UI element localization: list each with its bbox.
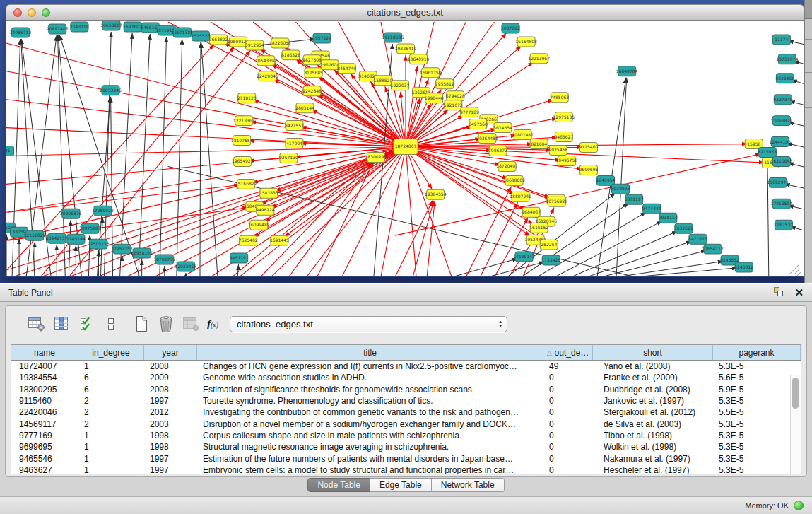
graph-node[interactable]: 9267130: [279, 153, 298, 163]
graph-node[interactable]: 9025458: [548, 146, 567, 156]
graph-edge[interactable]: [767, 158, 769, 276]
graph-edge[interactable]: [6, 147, 406, 213]
graph-node[interactable]: 7515526: [192, 31, 211, 41]
graph-node[interactable]: 10688609: [503, 175, 525, 185]
float-panel-icon[interactable]: [774, 287, 784, 298]
network-view-window[interactable]: citations_edges.txt: [6, 4, 804, 277]
window-titlebar[interactable]: citations_edges.txt: [6, 4, 804, 21]
graph-edge[interactable]: [555, 221, 663, 276]
column-header-out_de[interactable]: △out_de…: [543, 345, 593, 360]
graph-node[interactable]: 18300295: [365, 152, 387, 162]
graph-node[interactable]: 2043718: [70, 22, 89, 32]
graph-node[interactable]: 1733426: [541, 255, 560, 265]
graph-node[interactable]: 3175685: [304, 68, 323, 78]
table-row[interactable]: 946554611997Estimation of the future num…: [11, 452, 801, 464]
graph-node[interactable]: 18720407: [496, 161, 518, 171]
close-panel-icon[interactable]: ✕: [794, 287, 804, 298]
table-row[interactable]: 911546021997Tourette syndrome. Phenomeno…: [11, 395, 801, 407]
graph-node[interactable]: 417004: [286, 139, 303, 148]
graph-node[interactable]: 20053346: [100, 86, 122, 95]
graph-node[interactable]: 6497568: [469, 119, 488, 129]
graph-node[interactable]: 16961758: [420, 68, 442, 78]
graph-edge[interactable]: [6, 147, 406, 156]
graph-node[interactable]: 13942757: [46, 233, 68, 243]
graph-node[interactable]: 2935114: [659, 213, 678, 223]
graph-node[interactable]: 18724007: [394, 139, 418, 155]
graph-node[interactable]: 19218506: [382, 33, 404, 42]
column-header-pagerank[interactable]: pagerank: [713, 345, 801, 360]
graph-node[interactable]: 6794028: [446, 91, 465, 101]
graph-node[interactable]: 19325419: [395, 44, 417, 54]
graph-node[interactable]: 12156829: [24, 230, 46, 240]
graph-node[interactable]: 7625402: [239, 235, 258, 245]
table-row[interactable]: 977716911998Corpus callosum shape and si…: [11, 430, 801, 441]
graph-edge[interactable]: [285, 147, 406, 237]
graph-node[interactable]: 9474444: [642, 204, 661, 214]
graph-edge[interactable]: [237, 264, 238, 276]
window-resize-grip[interactable]: [789, 264, 801, 276]
graph-node[interactable]: 12505135: [88, 239, 110, 249]
graph-node[interactable]: 821604: [530, 139, 548, 149]
graph-node[interactable]: 15751074: [777, 54, 799, 64]
graph-node[interactable]: 16099489: [248, 220, 270, 230]
tab-network-table[interactable]: Network Table: [432, 478, 505, 492]
select-columns-check-icon[interactable]: [76, 314, 96, 334]
column-header-year[interactable]: year: [144, 345, 197, 360]
graph-node[interactable]: 7955812: [435, 79, 454, 89]
graph-node[interactable]: 14136141: [513, 252, 535, 262]
graph-node[interactable]: 2803144: [295, 103, 314, 113]
graph-node[interactable]: 17957253: [111, 244, 133, 254]
graph-node[interactable]: 1615152: [529, 223, 548, 233]
graph-node[interactable]: 1921: [6, 146, 14, 156]
graph-node[interactable]: 10807487: [512, 130, 534, 140]
graph-node[interactable]: 9463627: [554, 132, 573, 142]
graph-edge[interactable]: [120, 33, 133, 276]
graph-node[interactable]: 3912954: [245, 40, 264, 50]
tab-node-table[interactable]: Node Table: [307, 478, 370, 492]
table-row[interactable]: 1872400712008Changes of HCN gene express…: [11, 361, 801, 372]
table-row[interactable]: 1938455462009Genome-wide association stu…: [11, 372, 801, 383]
graph-node[interactable]: 6879197: [625, 194, 644, 204]
new-table-document-icon[interactable]: [131, 314, 151, 334]
graph-node[interactable]: 20206576: [60, 209, 82, 218]
graph-node[interactable]: 8938923: [611, 184, 630, 194]
table-row[interactable]: 2242004622012Investigating the contribut…: [11, 407, 801, 418]
citation-network-graph[interactable]: 1872400776638221960012839129541822605898…: [6, 21, 804, 276]
graph-node[interactable]: 9329966: [775, 74, 794, 83]
graph-node[interactable]: 10543392: [255, 56, 277, 66]
graph-node[interactable]: 1921072: [444, 100, 463, 110]
column-header-in_degree[interactable]: in_degree: [78, 345, 144, 360]
delete-trash-icon[interactable]: [156, 314, 176, 334]
graph-edge[interactable]: [587, 241, 692, 276]
graph-node[interactable]: 19495758: [555, 156, 577, 165]
graph-node[interactable]: 16210643: [771, 156, 793, 166]
graph-node[interactable]: 3624554: [493, 123, 512, 133]
graph-edge[interactable]: [177, 39, 182, 276]
graph-node[interactable]: 9699695: [579, 165, 599, 175]
graph-node[interactable]: 1588520: [373, 76, 392, 86]
graph-edge[interactable]: [317, 94, 406, 146]
column-header-short[interactable]: short: [593, 345, 713, 360]
graph-node[interactable]: 8471676: [688, 234, 707, 244]
column-header-name[interactable]: name: [11, 345, 78, 360]
graph-node[interactable]: 7663822: [209, 35, 228, 45]
graph-node[interactable]: 1167531: [774, 220, 793, 230]
graph-node[interactable]: 1922037: [391, 81, 410, 90]
graph-node[interactable]: 9777169: [460, 107, 479, 117]
graph-node[interactable]: 2087682: [501, 23, 520, 33]
graph-node[interactable]: 22420046: [257, 71, 278, 81]
graph-node[interactable]: 7632621: [674, 223, 693, 233]
graph-node[interactable]: 10654112: [702, 244, 724, 254]
table-scrollbar[interactable]: [790, 375, 801, 474]
graph-node[interactable]: 252254: [540, 240, 558, 250]
table-row[interactable]: 946362711997Embryonic stem cells: a mode…: [11, 465, 801, 474]
show-columns-icon[interactable]: [52, 314, 71, 334]
graph-node[interactable]: 9245012: [734, 262, 753, 272]
graph-node[interactable]: 15692971: [767, 177, 789, 187]
graph-node[interactable]: 16671385: [172, 28, 194, 37]
graph-node[interactable]: 12444193: [770, 137, 792, 147]
graph-node[interactable]: 19384554: [425, 189, 447, 199]
table-settings-icon[interactable]: [27, 314, 47, 334]
graph-node[interactable]: 16648784: [616, 66, 638, 76]
clear-column-selection-icon[interactable]: [101, 314, 121, 334]
